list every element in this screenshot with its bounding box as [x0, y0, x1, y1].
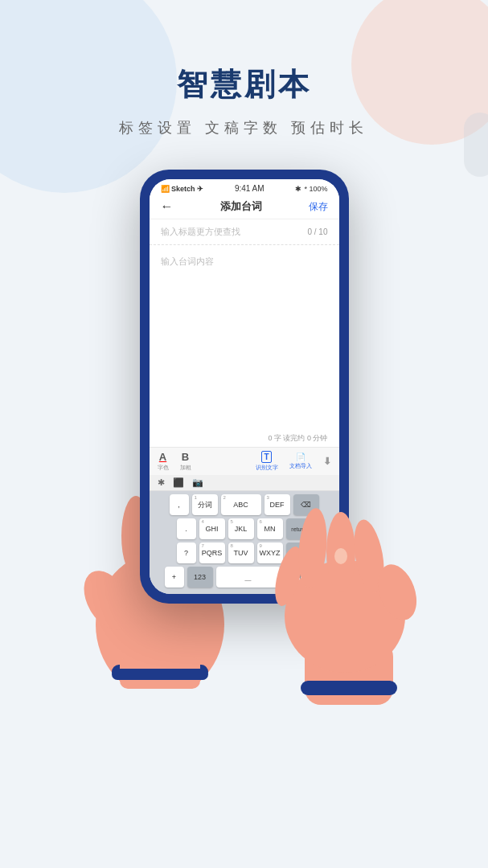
phone-mockup-container: 📶 Sketch ✈ 9:41 AM ✱ * 100% ← 添加台词 保存 输入…	[0, 170, 488, 668]
toolbar-bold[interactable]: B 加粗	[180, 451, 191, 472]
key-123[interactable]: 123	[187, 567, 213, 588]
svg-point-16	[334, 548, 347, 564]
toolbar2-grid-icon[interactable]: ⬛	[173, 477, 184, 488]
title-input-row[interactable]: 输入标题更方便查找 0 / 10	[150, 219, 339, 245]
key-plus[interactable]: +	[165, 567, 184, 588]
status-time: 9:41 AM	[235, 184, 265, 193]
key-question[interactable]: ?	[177, 542, 196, 563]
status-battery: ✱ * 100%	[295, 185, 327, 193]
key-pqrs[interactable]: 7 PQRS	[199, 542, 225, 563]
status-bar: 📶 Sketch ✈ 9:41 AM ✱ * 100%	[150, 179, 339, 194]
key-ghi[interactable]: 4 GHI	[199, 518, 225, 539]
app-navbar: ← 添加台词 保存	[150, 194, 339, 219]
toolbar-bold-label: 加粗	[180, 464, 191, 472]
key-period[interactable]: .	[177, 518, 196, 539]
toolbar2-camera-icon[interactable]: 📷	[192, 477, 203, 488]
toolbar-font-color[interactable]: A 字色	[158, 451, 169, 472]
back-button[interactable]: ←	[161, 199, 174, 214]
import-icon: 📄	[296, 452, 306, 461]
header-section: 智慧剧本 标签设置 文稿字数 预估时长	[0, 0, 488, 154]
hand-right	[240, 464, 433, 708]
save-button[interactable]: 保存	[309, 200, 328, 214]
navbar-title: 添加台词	[220, 199, 262, 214]
app-title: 智慧剧本	[0, 64, 488, 105]
svg-rect-17	[301, 681, 397, 695]
ocr-icon: T	[261, 451, 271, 463]
content-area[interactable]: 输入台词内容	[150, 245, 339, 430]
key-comma[interactable]: ,	[170, 494, 189, 515]
bold-icon: B	[182, 451, 189, 463]
char-count: 0 / 10	[307, 227, 327, 236]
toolbar2-emoji-icon[interactable]: ✱	[158, 477, 165, 488]
title-placeholder: 输入标题更方便查找	[161, 226, 240, 238]
key-fenchi[interactable]: 1 分词	[192, 494, 218, 515]
word-count-bar: 0 字 读完约 0 分钟	[150, 430, 339, 447]
app-subtitle: 标签设置 文稿字数 预估时长	[0, 118, 488, 137]
content-placeholder: 输入台词内容	[161, 256, 214, 266]
status-signal: 📶 Sketch ✈	[161, 185, 204, 193]
phone-wrapper: 📶 Sketch ✈ 9:41 AM ✱ * 100% ← 添加台词 保存 输入…	[120, 170, 369, 668]
font-color-icon: A	[159, 451, 166, 463]
toolbar-font-color-label: 字色	[158, 464, 169, 472]
svg-rect-8	[112, 669, 208, 680]
